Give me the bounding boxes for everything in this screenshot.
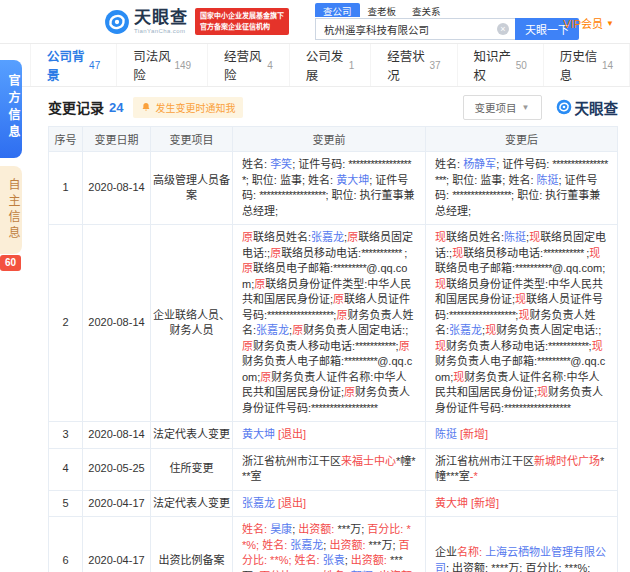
text-segment: 企业 [435,546,457,558]
change-after: 黄大坤 [新增] [426,490,618,517]
side-tab-self-info[interactable]: 自主信息 [0,166,22,254]
text-segment: 黄大坤 [435,497,468,509]
change-date: 2020-05-25 [83,448,151,490]
text-segment: 姓名: [242,523,270,535]
gov-badge-line2: 官方备案企业征信机构 [200,22,284,33]
text-segment: 原 [347,231,358,243]
text-segment: [退出] [278,428,306,440]
section-count: 24 [109,100,123,115]
text-segment: ; 证件号码: [496,158,552,170]
text-segment: 原 [242,262,253,274]
text-segment: ********* [537,355,570,367]
vip-member-link[interactable]: VIP会员 ▼ [563,15,614,31]
text-segment: 联络员移动电话: [463,247,543,259]
text-segment: ********* [333,262,366,274]
text-segment: *********** [361,247,404,259]
search-tab-relation[interactable]: 查关系 [404,3,449,17]
table-row: 62020-04-17出资比例备案姓名: 昊康; 出资额: ***万; 百分比:… [49,517,618,572]
text-segment: 新城时代广场 [534,455,600,467]
text-segment: 姓名: [435,158,463,170]
text-segment: 原 [254,278,265,290]
change-item: 法定代表人变更 [151,490,233,517]
entity-link[interactable]: 张嘉龙 [256,324,289,336]
entity-link[interactable]: 李笑 [270,158,292,170]
search-input[interactable] [315,18,515,40]
tab-label: 经营状况 [387,46,426,84]
table-row: 52020-04-17法定代表人变更张嘉龙 [退出]黄大坤 [新增] [49,490,618,517]
text-segment: 浙江省杭州市江干区 [242,455,341,467]
change-after: 现联络员姓名:陈挺;现联络员固定电话:;现联络员移动电话:***********… [426,225,618,422]
entity-link[interactable]: 黄大坤 [242,428,275,440]
text-segment: 现 [435,278,446,290]
tab-company-background[interactable]: 公司背景47 [30,44,116,86]
table-row: 42020-05-25住所变更浙江省杭州市江干区来福士中心*幢***室浙江省杭州… [49,448,618,490]
tab-label: 司法风险 [133,46,171,84]
text-segment: 原 [333,293,344,305]
entity-link[interactable]: 张嘉龙 [290,539,323,551]
tab-history-info[interactable]: 历史信息14 [543,44,630,86]
change-before: 姓名: 昊康; 出资额: ***万; 百分比: **%; 姓名: 张嘉龙; 出资… [233,517,426,572]
text-segment: 原 [242,231,253,243]
text-segment: [新增] [460,428,488,440]
text-segment: 浙江省杭州市江干区 [435,455,534,467]
entity-link[interactable]: 张嘉龙 [449,324,482,336]
change-date: 2020-04-17 [83,490,151,517]
text-segment: 联络员电子邮箱: [435,262,515,274]
tab-label: 公司发展 [306,46,346,84]
tab-count: 14 [602,60,613,71]
search-tab-company[interactable]: 查公司 [315,3,360,17]
row-index: 5 [49,490,83,517]
tab-operation-status[interactable]: 经营状况37 [370,44,456,86]
change-before: 浙江省杭州市江干区来福士中心*幢***室 [233,448,426,490]
entity-link[interactable]: 张嘉龙 [242,497,275,509]
clear-input-icon[interactable]: × [497,23,509,35]
entity-link[interactable]: 杨静军 [463,158,496,170]
text-segment: 现 [592,340,603,352]
tab-label: 公司背景 [47,46,86,84]
entity-link[interactable]: 陈挺 [504,231,526,243]
text-segment: 联络员姓名: [446,231,504,243]
table-header-row: 序号变更日期变更项目变更前变更后 [49,127,618,152]
row-index: 2 [49,225,83,422]
text-segment: 来福士中心 [341,455,396,467]
entity-link[interactable]: 黄大坤 [336,174,369,186]
text-segment: ; 职位: 监事; 姓名: [246,174,336,186]
text-segment: 出资额: [329,539,368,551]
text-segment: 联络员电子邮箱: [253,262,333,274]
change-item: 企业联络人员、财务人员 [151,225,233,422]
change-before: 黄大坤 [退出] [233,422,426,449]
text-segment: 现 [529,231,540,243]
change-item: 法定代表人变更 [151,422,233,449]
logo-text: 天眼查 [134,9,188,26]
tab-count: 37 [429,60,440,71]
caret-down-icon: ▼ [522,103,530,112]
entity-link[interactable]: 陈挺 [537,174,559,186]
row-index: 1 [49,152,83,225]
company-nav-tabs: 公司背景47司法风险149经营风险4公司发展1经营状况37知识产权50历史信息1… [0,44,630,87]
search-tab-boss[interactable]: 查老板 [360,3,405,17]
tab-intellectual-property[interactable]: 知识产权50 [457,44,543,86]
change-table-body: 12020-08-14高级管理人员备案姓名: 李笑; 证件号码: *******… [49,152,618,572]
tianyancha-logo[interactable]: 天眼查 TianYanCha.com [104,9,188,35]
entity-link[interactable]: 张袁 [323,554,345,566]
change-date: 2020-08-14 [83,152,151,225]
text-segment: [新增] [471,497,499,509]
side-tab-official-info[interactable]: 官方信息 [0,60,22,158]
tab-judicial-risk[interactable]: 司法风险149 [116,44,207,86]
change-item-filter-dropdown[interactable]: 变更项目 ▼ [463,95,542,120]
main-content: 变更记录 24 发生变更时通知我 变更项目 ▼ 天眼查 序号变更日期变更项目变更… [48,92,618,572]
text-segment: 现 [485,324,496,336]
entity-link[interactable]: 昊康 [270,523,292,535]
change-before: 张嘉龙 [退出] [233,490,426,517]
entity-link[interactable]: 张嘉龙 [311,231,344,243]
section-header: 变更记录 24 发生变更时通知我 变更项目 ▼ 天眼查 [48,92,618,122]
notify-on-change-pill[interactable]: 发生变更时通知我 [133,97,243,118]
text-segment: 联络员姓名: [253,231,311,243]
entity-link[interactable]: 陈挺 [435,428,457,440]
side-floating-tabs: 官方信息 自主信息 60 [0,60,24,271]
text-segment: 现 [515,293,526,305]
tab-company-development[interactable]: 公司发展1 [289,44,371,86]
tab-operation-risk[interactable]: 经营风险4 [207,44,289,86]
column-header: 变更前 [233,127,426,152]
text-segment: ; 证件号码: [292,158,348,170]
